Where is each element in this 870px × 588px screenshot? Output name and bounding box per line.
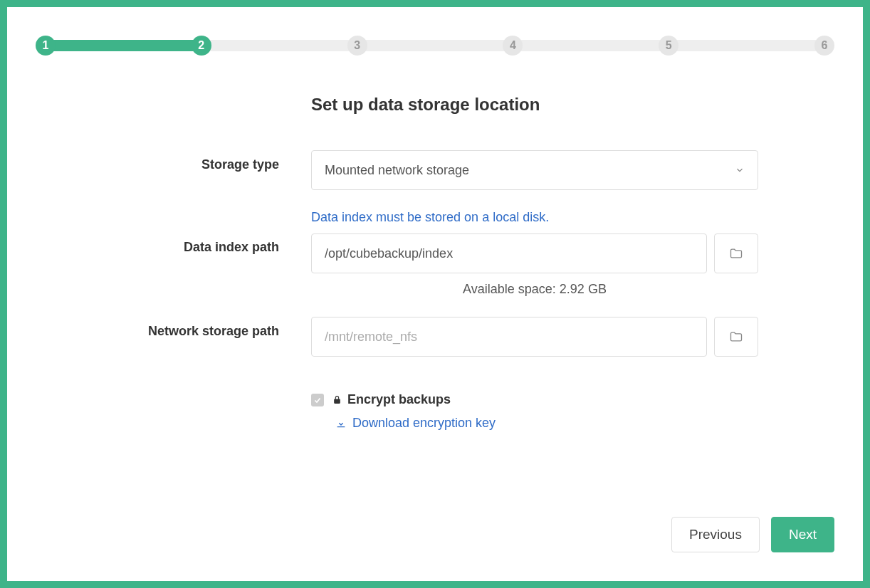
storage-type-label: Storage type — [36, 150, 311, 172]
folder-icon — [729, 246, 743, 261]
footer-buttons: Previous Next — [671, 517, 834, 552]
available-space: Available space: 2.92 GB — [311, 282, 758, 297]
folder-icon — [729, 330, 743, 344]
network-storage-row: Network storage path — [36, 317, 834, 357]
data-index-row: Data index path Data index must be store… — [36, 210, 834, 297]
next-button[interactable]: Next — [771, 517, 834, 552]
storage-type-select[interactable]: Mounted network storage — [311, 150, 758, 190]
step-2[interactable]: 2 — [192, 36, 211, 56]
encrypt-label-wrap: Encrypt backups — [332, 392, 451, 407]
lock-icon — [332, 394, 342, 405]
step-5[interactable]: 5 — [659, 36, 678, 56]
encryption-spacer — [36, 392, 311, 399]
network-storage-input[interactable] — [311, 317, 707, 357]
step-1[interactable]: 1 — [36, 36, 56, 56]
step-6[interactable]: 6 — [814, 36, 834, 56]
network-storage-browse-button[interactable] — [714, 317, 758, 357]
data-index-browse-button[interactable] — [714, 233, 758, 273]
check-icon — [313, 396, 322, 404]
download-encryption-key-text: Download encryption key — [352, 416, 496, 431]
steps-row: 1 2 3 4 5 6 — [36, 36, 834, 56]
step-3[interactable]: 3 — [347, 36, 367, 56]
stepper: 1 2 3 4 5 6 — [36, 36, 834, 56]
encrypt-checkbox[interactable] — [311, 394, 324, 406]
data-index-input[interactable] — [311, 233, 707, 273]
network-storage-label: Network storage path — [36, 317, 311, 339]
storage-type-value: Mounted network storage — [325, 163, 469, 178]
page-title: Set up data storage location — [311, 95, 834, 115]
chevron-down-icon — [735, 165, 745, 175]
data-index-label: Data index path — [36, 210, 311, 255]
encrypt-label: Encrypt backups — [347, 392, 451, 407]
download-encryption-key-link[interactable]: Download encryption key — [335, 416, 758, 431]
data-index-info: Data index must be stored on a local dis… — [311, 210, 758, 225]
previous-button[interactable]: Previous — [671, 517, 760, 552]
setup-panel: 1 2 3 4 5 6 Set up data storage location… — [7, 7, 863, 581]
download-icon — [335, 418, 347, 429]
storage-type-row: Storage type Mounted network storage — [36, 150, 834, 190]
encryption-row: Encrypt backups Download encryption key — [36, 392, 834, 431]
step-4[interactable]: 4 — [503, 36, 523, 56]
